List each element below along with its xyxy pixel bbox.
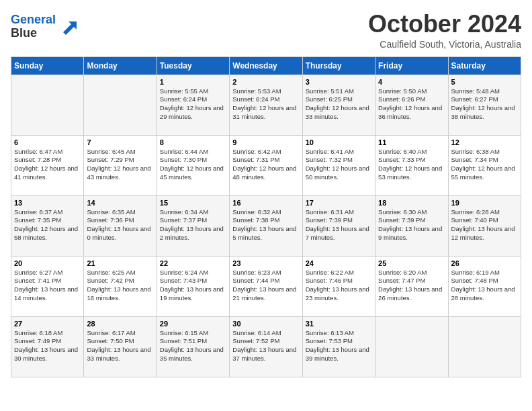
calendar-cell: 26Sunrise: 6:19 AMSunset: 7:48 PMDayligh… (448, 256, 521, 316)
page-header: General Blue October 2024 Caulfield Sout… (11, 11, 521, 50)
calendar-cell: 1Sunrise: 5:55 AMSunset: 6:24 PMDaylight… (157, 75, 229, 135)
day-number: 17 (306, 199, 372, 207)
day-number: 1 (160, 78, 226, 86)
day-number: 28 (87, 320, 153, 328)
calendar-cell: 13Sunrise: 6:37 AMSunset: 7:35 PMDayligh… (11, 195, 84, 256)
day-number: 30 (232, 320, 299, 328)
calendar-cell: 3Sunrise: 5:51 AMSunset: 6:25 PMDaylight… (302, 75, 375, 135)
day-info: Sunrise: 5:53 AMSunset: 6:24 PMDaylight:… (232, 87, 299, 122)
day-number: 29 (160, 320, 226, 328)
day-info: Sunrise: 6:19 AMSunset: 7:48 PMDaylight:… (451, 269, 518, 303)
day-number: 24 (306, 259, 372, 267)
calendar-week-4: 20Sunrise: 6:27 AMSunset: 7:41 PMDayligh… (11, 256, 521, 316)
day-number: 15 (160, 199, 226, 207)
calendar-cell: 16Sunrise: 6:32 AMSunset: 7:38 PMDayligh… (230, 195, 302, 256)
day-number: 3 (306, 78, 372, 86)
location: Caulfield South, Victoria, Australia (368, 39, 521, 50)
calendar-cell: 29Sunrise: 6:15 AMSunset: 7:51 PMDayligh… (157, 316, 229, 377)
day-info: Sunrise: 6:18 AMSunset: 7:49 PMDaylight:… (14, 329, 81, 363)
svg-marker-0 (63, 21, 77, 35)
day-number: 9 (232, 138, 299, 146)
calendar-cell: 21Sunrise: 6:25 AMSunset: 7:42 PMDayligh… (84, 256, 157, 316)
calendar-cell: 17Sunrise: 6:31 AMSunset: 7:39 PMDayligh… (302, 195, 375, 256)
day-info: Sunrise: 6:23 AMSunset: 7:44 PMDaylight:… (232, 269, 299, 303)
calendar-cell: 4Sunrise: 5:50 AMSunset: 6:26 PMDaylight… (375, 75, 448, 135)
calendar-table: SundayMondayTuesdayWednesdayThursdayFrid… (11, 56, 521, 377)
calendar-cell: 25Sunrise: 6:20 AMSunset: 7:47 PMDayligh… (375, 256, 448, 316)
day-info: Sunrise: 6:40 AMSunset: 7:33 PMDaylight:… (378, 148, 445, 182)
day-info: Sunrise: 6:30 AMSunset: 7:39 PMDaylight:… (378, 208, 445, 242)
calendar-cell (448, 316, 521, 377)
calendar-cell: 24Sunrise: 6:22 AMSunset: 7:46 PMDayligh… (302, 256, 375, 316)
day-info: Sunrise: 6:34 AMSunset: 7:37 PMDaylight:… (160, 208, 226, 242)
day-info: Sunrise: 6:24 AMSunset: 7:43 PMDaylight:… (160, 269, 226, 303)
day-number: 10 (306, 138, 372, 146)
day-info: Sunrise: 6:17 AMSunset: 7:50 PMDaylight:… (87, 329, 153, 363)
calendar-cell: 15Sunrise: 6:34 AMSunset: 7:37 PMDayligh… (157, 195, 229, 256)
day-number: 26 (451, 259, 518, 267)
day-info: Sunrise: 6:22 AMSunset: 7:46 PMDaylight:… (306, 269, 372, 303)
day-number: 25 (378, 259, 445, 267)
day-info: Sunrise: 6:14 AMSunset: 7:52 PMDaylight:… (232, 329, 299, 363)
col-header-wednesday: Wednesday (230, 56, 302, 75)
calendar-cell: 19Sunrise: 6:28 AMSunset: 7:40 PMDayligh… (448, 195, 521, 256)
day-info: Sunrise: 5:50 AMSunset: 6:26 PMDaylight:… (378, 87, 445, 122)
calendar-cell: 22Sunrise: 6:24 AMSunset: 7:43 PMDayligh… (157, 256, 229, 316)
day-info: Sunrise: 6:37 AMSunset: 7:35 PMDaylight:… (14, 208, 81, 242)
calendar-cell: 11Sunrise: 6:40 AMSunset: 7:33 PMDayligh… (375, 135, 448, 195)
day-number: 11 (378, 138, 445, 146)
day-info: Sunrise: 6:32 AMSunset: 7:38 PMDaylight:… (232, 208, 299, 242)
day-number: 18 (378, 199, 445, 207)
calendar-week-1: 1Sunrise: 5:55 AMSunset: 6:24 PMDaylight… (11, 75, 521, 135)
calendar-cell: 2Sunrise: 5:53 AMSunset: 6:24 PMDaylight… (230, 75, 302, 135)
calendar-cell: 30Sunrise: 6:14 AMSunset: 7:52 PMDayligh… (230, 316, 302, 377)
logo-icon (58, 16, 79, 38)
day-info: Sunrise: 6:41 AMSunset: 7:32 PMDaylight:… (306, 148, 372, 182)
col-header-saturday: Saturday (448, 56, 521, 75)
calendar-week-2: 6Sunrise: 6:47 AMSunset: 7:28 PMDaylight… (11, 135, 521, 195)
logo: General Blue (11, 13, 79, 40)
calendar-cell: 31Sunrise: 6:13 AMSunset: 7:53 PMDayligh… (302, 316, 375, 377)
calendar-cell: 14Sunrise: 6:35 AMSunset: 7:36 PMDayligh… (84, 195, 157, 256)
logo-blue: Blue (11, 26, 37, 40)
day-number: 4 (378, 78, 445, 86)
day-info: Sunrise: 6:28 AMSunset: 7:40 PMDaylight:… (451, 208, 518, 242)
calendar-cell: 9Sunrise: 6:42 AMSunset: 7:31 PMDaylight… (230, 135, 302, 195)
day-info: Sunrise: 6:13 AMSunset: 7:53 PMDaylight:… (306, 329, 372, 363)
logo-text: General Blue (11, 13, 79, 40)
month-title: October 2024 (368, 11, 521, 38)
calendar-cell (11, 75, 84, 135)
calendar-cell: 28Sunrise: 6:17 AMSunset: 7:50 PMDayligh… (84, 316, 157, 377)
calendar-cell (375, 316, 448, 377)
calendar-cell: 23Sunrise: 6:23 AMSunset: 7:44 PMDayligh… (230, 256, 302, 316)
day-info: Sunrise: 6:44 AMSunset: 7:30 PMDaylight:… (160, 148, 226, 182)
day-info: Sunrise: 6:38 AMSunset: 7:34 PMDaylight:… (451, 148, 518, 182)
day-info: Sunrise: 5:55 AMSunset: 6:24 PMDaylight:… (160, 87, 226, 122)
calendar-week-5: 27Sunrise: 6:18 AMSunset: 7:49 PMDayligh… (11, 316, 521, 377)
day-info: Sunrise: 5:51 AMSunset: 6:25 PMDaylight:… (306, 87, 372, 122)
day-number: 14 (87, 199, 153, 207)
calendar-cell: 18Sunrise: 6:30 AMSunset: 7:39 PMDayligh… (375, 195, 448, 256)
col-header-thursday: Thursday (302, 56, 375, 75)
col-header-tuesday: Tuesday (157, 56, 229, 75)
day-info: Sunrise: 5:48 AMSunset: 6:27 PMDaylight:… (451, 87, 518, 122)
day-number: 21 (87, 259, 153, 267)
calendar-cell: 5Sunrise: 5:48 AMSunset: 6:27 PMDaylight… (448, 75, 521, 135)
calendar-cell: 8Sunrise: 6:44 AMSunset: 7:30 PMDaylight… (157, 135, 229, 195)
day-number: 13 (14, 199, 81, 207)
day-info: Sunrise: 6:31 AMSunset: 7:39 PMDaylight:… (306, 208, 372, 242)
calendar-header-row: SundayMondayTuesdayWednesdayThursdayFrid… (11, 56, 521, 75)
calendar-cell: 12Sunrise: 6:38 AMSunset: 7:34 PMDayligh… (448, 135, 521, 195)
col-header-sunday: Sunday (11, 56, 84, 75)
calendar-week-3: 13Sunrise: 6:37 AMSunset: 7:35 PMDayligh… (11, 195, 521, 256)
calendar-cell: 6Sunrise: 6:47 AMSunset: 7:28 PMDaylight… (11, 135, 84, 195)
day-info: Sunrise: 6:42 AMSunset: 7:31 PMDaylight:… (232, 148, 299, 182)
day-number: 8 (160, 138, 226, 146)
calendar-cell: 20Sunrise: 6:27 AMSunset: 7:41 PMDayligh… (11, 256, 84, 316)
day-info: Sunrise: 6:35 AMSunset: 7:36 PMDaylight:… (87, 208, 153, 242)
col-header-monday: Monday (84, 56, 157, 75)
logo-general: General (11, 13, 56, 26)
day-info: Sunrise: 6:47 AMSunset: 7:28 PMDaylight:… (14, 148, 81, 182)
day-number: 5 (451, 78, 518, 86)
day-number: 27 (14, 320, 81, 328)
